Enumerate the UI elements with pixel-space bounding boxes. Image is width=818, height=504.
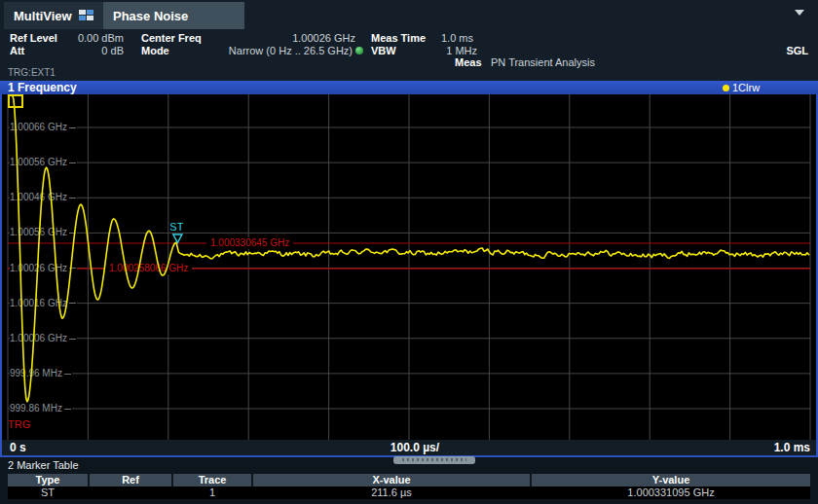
row-ref — [90, 486, 171, 499]
status-led-green — [355, 47, 363, 54]
meas-time-label: Meas Time — [371, 32, 426, 44]
window1-title: 1 Frequency — [8, 81, 77, 94]
trace-badge-label: 1Clrw — [732, 82, 760, 93]
trace-badge: 1Clrw — [723, 81, 760, 94]
trace1-color-dot — [723, 85, 729, 91]
col-y-value: Y-value — [532, 474, 810, 486]
att-value[interactable]: 0 dB — [56, 45, 124, 56]
tab-multiview-label: MultiView — [14, 9, 72, 23]
tab-multiview[interactable]: MultiView — [4, 2, 103, 29]
row-y-value: 1.000331095 GHz — [532, 486, 810, 499]
trigger-line-label: TRG — [8, 418, 30, 430]
window-splitter-handle[interactable] — [393, 456, 475, 464]
meas-value: PN Transient Analysis — [491, 56, 595, 68]
att-label: Att — [10, 45, 24, 56]
marker-table-title: 2 Marker Table — [8, 458, 79, 473]
ref-level-value[interactable]: 0.00 dBm — [56, 32, 124, 44]
x-axis-per-div: 100.0 µs/ — [376, 441, 454, 454]
x-axis-stop: 1.0 ms — [750, 441, 810, 454]
multiview-grid-icon — [79, 10, 93, 21]
marker-table-row[interactable]: ST 1 211.6 µs 1.000331095 GHz — [8, 486, 810, 499]
row-trace: 1 — [173, 486, 251, 499]
col-x-value: X-value — [253, 474, 530, 486]
vbw-label: VBW — [371, 45, 396, 56]
row-type: ST — [8, 486, 88, 499]
mode-value[interactable]: Narrow (0 Hz .. 26.5 GHz) — [185, 45, 353, 56]
col-trace: Trace — [173, 474, 251, 486]
col-type: Type — [8, 474, 88, 486]
center-freq-label: Center Freq — [141, 32, 202, 44]
vbw-value[interactable]: 1 MHz — [419, 45, 477, 56]
ref-level-label: Ref Level — [10, 32, 57, 44]
window1-titlebar: 1 Frequency — [0, 81, 818, 94]
marker-table-header: Type Ref Trace X-value Y-value — [8, 474, 810, 486]
sgl-badge: SGL — [774, 45, 808, 56]
row-x-value: 211.6 µs — [253, 486, 530, 499]
col-ref: Ref — [90, 474, 171, 486]
x-axis-bar: 0 s 100.0 µs/ 1.0 ms — [2, 440, 816, 455]
tab-phase-noise-label: Phase Noise — [113, 9, 188, 23]
mode-label: Mode — [141, 45, 169, 56]
meas-time-value[interactable]: 1.0 ms — [441, 32, 473, 44]
settling-time-marker-label: ST — [169, 221, 183, 233]
x-axis-start: 0 s — [10, 441, 26, 454]
tab-phase-noise[interactable]: Phase Noise — [103, 2, 244, 29]
trace-layer[interactable] — [2, 94, 816, 440]
meas-label: Meas — [455, 56, 482, 68]
center-freq-value[interactable]: 1.00026 GHz — [234, 32, 355, 44]
chevron-down-icon[interactable] — [795, 10, 804, 16]
trace-start-box — [8, 94, 23, 108]
trigger-source-label: TRG:EXT1 — [8, 67, 56, 78]
